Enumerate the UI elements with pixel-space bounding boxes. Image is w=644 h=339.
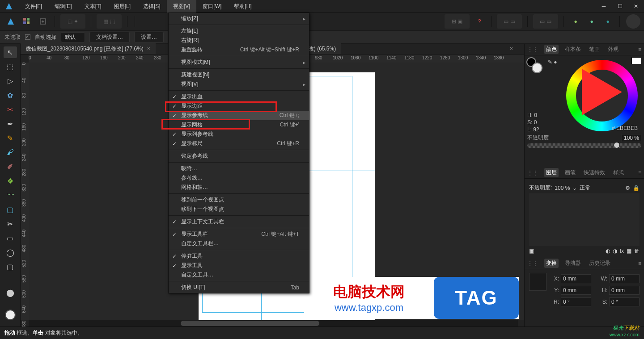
menu-item-reset-rotation[interactable]: 重置旋转Ctrl 键+Alt 键+Shift 键+R	[169, 45, 309, 54]
menu-item-custom-tools[interactable]: 自定义工具…	[169, 270, 309, 280]
menu-view[interactable]: 视图[V]	[167, 0, 197, 13]
menu-item-views[interactable]: 视图[V]▸	[169, 80, 309, 89]
blend-mode-dropdown[interactable]: 正常	[580, 184, 590, 192]
menu-item-new-view[interactable]: 新建视图[N]	[169, 70, 309, 80]
panel-menu-icon[interactable]: ≡	[638, 46, 641, 53]
transform-s[interactable]: 0 °	[609, 297, 640, 306]
menu-item-show-col-guides[interactable]: ✓显示列参考线	[169, 130, 309, 139]
menu-item-zoom[interactable]: 缩放[Z]▸	[169, 14, 309, 23]
layer-adjust-icon[interactable]: ◑	[613, 248, 617, 254]
menu-item-show-margins[interactable]: ✓显示边距	[169, 101, 309, 111]
rectangle-tool[interactable]: ▭	[4, 232, 17, 244]
tab-brushes[interactable]: 画笔	[563, 168, 577, 177]
menu-item-show-toolbar[interactable]: ✓显示工具栏Ctrl 键+Alt 键+T	[169, 230, 309, 239]
opacity-slider[interactable]	[527, 143, 641, 148]
toolbar-help-icon[interactable]: ?	[472, 14, 487, 29]
color-wheel[interactable]	[566, 60, 638, 131]
transform-x[interactable]: 0 mm	[561, 274, 591, 283]
toolbar-group-4[interactable]: ▭ ▭	[533, 14, 558, 29]
transform-h[interactable]: 0 mm	[609, 286, 640, 295]
tab-navigator[interactable]: 导航器	[563, 259, 583, 268]
shapes-tool[interactable]: ❖	[4, 175, 17, 187]
toolbar-circle-3-icon[interactable]: ●	[601, 14, 615, 29]
toolbar-group-3[interactable]: ▭ ▭	[497, 14, 522, 29]
hand-tool[interactable]: ⬤	[4, 287, 17, 298]
persona-pixel-icon[interactable]	[20, 14, 34, 29]
knife-tool[interactable]: ✂	[4, 104, 17, 115]
image-tool[interactable]: ▢	[4, 204, 17, 215]
gear-tool-icon[interactable]: ✿	[4, 89, 17, 101]
current-color-swatch[interactable]	[631, 57, 641, 64]
layer-btn-1[interactable]: ▣	[529, 248, 534, 254]
menu-item-show-tools[interactable]: ✓显示工具	[169, 261, 309, 270]
layer-add-icon[interactable]: ▦	[627, 248, 631, 254]
tab-styles[interactable]: 样式	[611, 168, 626, 177]
layers-list[interactable]	[529, 193, 640, 246]
node-tool[interactable]: ▷	[4, 75, 17, 87]
toolbar-group-2[interactable]: ▦ ⬚	[97, 14, 122, 29]
hex-value[interactable]: # EBEBEB	[612, 125, 638, 131]
transform-w[interactable]: 0 mm	[609, 274, 640, 283]
horizontal-scrollbar[interactable]	[29, 320, 518, 326]
menu-item-rotate-right[interactable]: 右旋[R]	[169, 36, 309, 45]
menu-select[interactable]: 选择[S]	[137, 0, 167, 13]
window-close[interactable]: ✕	[628, 0, 644, 13]
menu-item-dock-tools[interactable]: ✓停驻工具	[169, 251, 309, 261]
marquee-tool[interactable]: ⬚	[4, 61, 17, 72]
document-settings-button[interactable]: 文档设置…	[89, 32, 130, 43]
menu-item-show-rulers[interactable]: ✓显示标尺Ctrl 键+R	[169, 139, 309, 148]
tab-2-close-icon[interactable]: ×	[510, 46, 513, 52]
tab-swatches[interactable]: 样本条	[563, 45, 583, 54]
menu-item-rotate-left[interactable]: 左旋[L]	[169, 26, 309, 36]
menu-item-custom-toolbar[interactable]: 自定义工具栏…	[169, 239, 309, 248]
auto-select-checkbox[interactable]	[25, 34, 30, 40]
menu-item-show-guides[interactable]: ✓显示参考线Ctrl 键+;	[169, 111, 309, 120]
select-mode-dropdown[interactable]: 默认	[61, 32, 85, 42]
account-avatar[interactable]	[626, 14, 640, 29]
toolbar-align[interactable]: ⊞ ▣	[445, 14, 470, 29]
layer-fx-icon[interactable]: fx	[620, 248, 624, 254]
toolbar-circle-1-icon[interactable]: ●	[568, 14, 583, 29]
toolbar-group-1[interactable]: ⬚ ✦	[60, 14, 85, 29]
menu-item-snap[interactable]: 吸附…	[169, 164, 309, 173]
pencil-tool[interactable]: ✎	[4, 132, 17, 144]
panel-menu-icon[interactable]: ≡	[638, 170, 641, 176]
ellipse-tool[interactable]: ◯	[4, 247, 17, 258]
fill-stroke-swatches[interactable]	[526, 57, 544, 75]
panel-grip-icon[interactable]: ⋮⋮	[527, 46, 538, 53]
menu-item-lock-guides[interactable]: 锁定参考线	[169, 151, 309, 161]
persona-export-icon[interactable]	[36, 14, 50, 29]
layer-delete-icon[interactable]: 🗑	[634, 248, 640, 254]
crop-tool[interactable]: ✂	[4, 218, 17, 230]
panel-menu-icon[interactable]: ≡	[638, 260, 641, 267]
settings-button[interactable]: 设置…	[134, 32, 164, 43]
menu-item-guides-dialog[interactable]: 参考线…	[169, 173, 309, 183]
layer-mask-icon[interactable]: ◐	[606, 248, 610, 254]
menu-item-grid-axis[interactable]: 网格和轴…	[169, 183, 309, 192]
tab-1-close-icon[interactable]: ×	[147, 46, 150, 52]
menu-item-toggle-ui[interactable]: 切换 UI[T]Tab	[169, 283, 309, 292]
layer-opacity-value[interactable]: 100 %	[555, 185, 570, 191]
tab-history[interactable]: 历史记录	[587, 259, 612, 268]
eyedropper-tool[interactable]: ✐	[4, 161, 17, 172]
rounded-rect-tool[interactable]: ▢	[4, 261, 17, 272]
toolbar-circle-2-icon[interactable]: ●	[585, 14, 599, 29]
transform-r[interactable]: 0 °	[561, 297, 591, 306]
persona-designer-icon[interactable]	[4, 14, 18, 29]
transform-anchor[interactable]	[529, 273, 547, 291]
panel-grip-icon[interactable]: ⋮⋮	[527, 170, 538, 176]
color-swatch[interactable]	[5, 310, 16, 320]
move-tool[interactable]: ↖	[4, 46, 17, 58]
menu-edit[interactable]: 编辑[E]	[48, 0, 78, 13]
fx-tool[interactable]: 〰	[4, 189, 17, 201]
tab-color[interactable]: 颜色	[544, 45, 559, 54]
menu-text[interactable]: 文本[T]	[78, 0, 108, 13]
menu-layer[interactable]: 图层[L]	[108, 0, 137, 13]
menu-item-show-bleed[interactable]: ✓显示出血	[169, 92, 309, 101]
transform-y[interactable]: 0 mm	[561, 286, 591, 295]
tab-stroke[interactable]: 笔画	[587, 45, 602, 54]
menu-file[interactable]: 文件[F]	[19, 0, 48, 13]
menu-item-show-grid[interactable]: 显示网格Ctrl 键+'	[169, 120, 309, 130]
tab-appearance[interactable]: 外观	[606, 45, 620, 54]
window-maximize[interactable]: ☐	[612, 0, 628, 13]
